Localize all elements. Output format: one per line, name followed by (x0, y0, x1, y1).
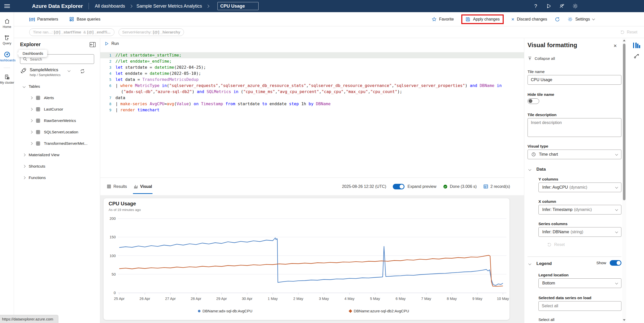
table-icon (36, 107, 40, 112)
chart-subtitle: As of 19 minutes ago (109, 208, 141, 212)
chevron-down-icon (528, 262, 531, 265)
tree-node-functions[interactable]: Functions (14, 172, 100, 183)
code-line-2[interactable]: 2//let enddate=_endTime; (100, 58, 524, 64)
x-tick-label: 10 May (497, 297, 509, 301)
database-tree: TablesAlertsLastCursorRawServerMetricsSQ… (14, 81, 100, 183)
tile-description-input[interactable] (528, 118, 621, 137)
search-input[interactable] (30, 57, 88, 61)
chart-series-0 (119, 238, 503, 285)
code-line-1[interactable]: 1//let startdate=_startTime; (100, 52, 524, 58)
breadcrumb-dashboard-name[interactable]: Sample Server Metrics Analytics (137, 4, 202, 9)
tile-name-breadcrumb-input[interactable] (217, 2, 259, 10)
apply-changes-button[interactable]: Apply changes (461, 14, 504, 24)
visual-type-dropdown[interactable]: Time chart (528, 150, 621, 159)
close-icon: × (511, 16, 514, 22)
tab-results[interactable]: Results (107, 178, 127, 195)
visual-chart-icon (133, 184, 138, 189)
database-selector[interactable]: SampleMetrics help / SampleMetrics (20, 67, 96, 77)
legend-item-adx-sql-db[interactable]: DBName:adx-sql-db:AvgCPU (198, 309, 252, 313)
tree-table-rawservermetrics[interactable]: RawServerMetrics (14, 115, 100, 126)
parameters-button[interactable]: [@] Parameters (29, 17, 58, 22)
code-line-4[interactable]: 4let enddate = datetime(2022-05-10); (100, 70, 524, 77)
scroll-down-arrow[interactable] (623, 319, 625, 321)
panel-scrollbar[interactable] (622, 38, 626, 323)
sidebar-item-my-cluster[interactable]: My cluster (0, 74, 14, 84)
visual-formatting-icon[interactable] (632, 42, 641, 49)
dashboard-toolbar: [@] Parameters Base queries Favorite (14, 12, 644, 26)
scrollbar-thumb[interactable] (623, 44, 625, 200)
settings-button[interactable]: Settings (568, 17, 595, 22)
results-bar: Results Visual 2025-08-26 12:32 (UTC) Ex… (100, 177, 524, 195)
legend-section-header[interactable]: Legend Show (529, 261, 621, 266)
close-panel-icon[interactable]: × (614, 43, 617, 49)
favorite-button[interactable]: Favorite (432, 17, 454, 22)
sidebar-item-dashboards[interactable]: Dashboards (0, 51, 14, 62)
select-all-label: Select all (538, 317, 554, 322)
sidebar-item-query[interactable]: Query (0, 35, 14, 45)
x-tick-label: 5 May (370, 297, 380, 301)
sync-icon[interactable] (80, 68, 85, 74)
code-line-3[interactable]: 3let startdate = datetime(2022-04-25); (100, 64, 524, 70)
hamburger-menu-button[interactable] (0, 0, 14, 12)
legend-location-dropdown[interactable]: Bottom (538, 278, 621, 288)
hide-tile-name-toggle[interactable] (528, 98, 539, 104)
chevron-down-icon (592, 17, 595, 20)
legend-location-label: Legend location (538, 273, 569, 277)
collapse-panel-icon[interactable] (90, 42, 96, 47)
selected-series-input[interactable] (538, 301, 621, 311)
base-queries-button[interactable]: Base queries (69, 17, 100, 22)
code-line-5[interactable]: 5let data = TransformedMetricsDedup (100, 77, 524, 83)
explorer-panel: Explorer Dashboards SampleMetrics help /… (14, 38, 100, 323)
tree-node-materialized-view[interactable]: Materialized View (14, 149, 100, 160)
tile-name-label: Tile name (528, 69, 545, 74)
refresh-button[interactable] (555, 17, 560, 22)
sidebar-item-home[interactable]: Home (0, 18, 14, 29)
y-columns-dropdown[interactable]: Infer: AvgCPU(dynamic) (538, 183, 621, 192)
code-line-9[interactable]: 9| render timechart (100, 107, 524, 113)
x-column-dropdown[interactable]: Infer: Timestamp(dynamic) (538, 205, 621, 214)
data-section-header[interactable]: Data (529, 167, 546, 172)
community-person-icon[interactable] (559, 3, 565, 9)
settings-gear-icon[interactable] (572, 3, 579, 9)
tree-table-sqlserverlocation[interactable]: SQLServerLocation (14, 126, 100, 138)
cross-filter-link-icon[interactable] (632, 53, 641, 59)
tree-table-alerts[interactable]: Alerts (14, 92, 100, 103)
query-status: Done (3.006 s) (450, 184, 477, 189)
chevron-right-icon (30, 142, 32, 145)
tree-table-lastcursor[interactable]: LastCursor (14, 103, 100, 115)
code-line-8[interactable]: 8| make-series AvgCPU=avg(Value) on Time… (100, 101, 524, 107)
results-table-icon (107, 184, 111, 189)
visual-formatting-panel: Visual formatting × Collapse all Tile na… (524, 38, 622, 323)
feedback-icon[interactable] (546, 3, 552, 9)
breadcrumb-all-dashboards[interactable]: All dashboards (95, 4, 125, 9)
scroll-up-arrow[interactable] (623, 40, 625, 41)
kql-code-area[interactable]: 1//let startdate=_startTime;2//let endda… (100, 52, 524, 113)
collapse-all-button[interactable]: Collapse all (528, 56, 555, 61)
expand-preview-toggle[interactable] (393, 184, 404, 189)
x-tick-label: 8 May (447, 297, 457, 301)
discard-changes-button[interactable]: × Discard changes (511, 16, 547, 22)
explorer-title: Explorer (20, 42, 41, 47)
legend-item-azure-sql-db2[interactable]: DBName:azure-sql-db2:AvgCPU (349, 309, 409, 313)
show-legend-toggle[interactable] (610, 260, 621, 266)
tree-table-transformedservermet-[interactable]: TransformedServerMet... (14, 138, 100, 149)
record-count-icon (483, 184, 488, 189)
x-tick-label: 29 Apr (216, 297, 227, 301)
tile-name-input[interactable] (528, 75, 621, 85)
home-icon (4, 18, 10, 24)
reset-filters-button: Reset (620, 30, 637, 34)
chevron-right-icon (206, 5, 209, 8)
run-query-button[interactable]: Run (104, 41, 119, 46)
code-line-7[interactable]: 7data (100, 95, 524, 101)
search-icon (23, 57, 27, 61)
code-line-6[interactable]: 6| where MetricType in("sqlserver_reques… (100, 83, 524, 95)
tree-node-tables[interactable]: Tables (14, 81, 100, 92)
base-queries-icon (69, 17, 74, 22)
x-tick-label: 25 Apr (114, 297, 125, 301)
tab-visual[interactable]: Visual (133, 178, 152, 195)
help-icon[interactable]: ? (532, 3, 539, 9)
series-columns-dropdown[interactable]: Infer: DBName(string) (538, 227, 621, 237)
tree-node-shortcuts[interactable]: Shortcuts (14, 160, 100, 172)
query-icon (4, 35, 10, 41)
undo-icon (547, 242, 552, 247)
